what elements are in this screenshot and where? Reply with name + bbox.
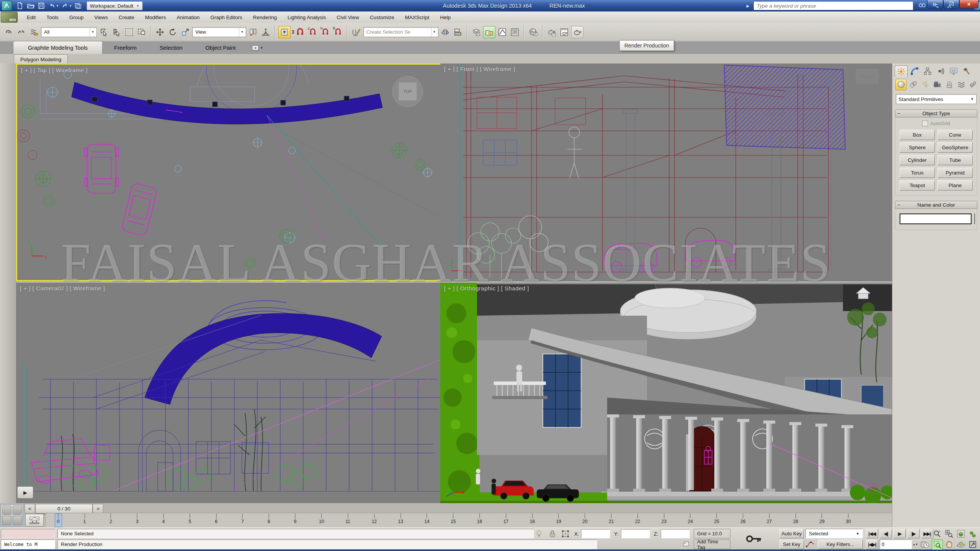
play-button[interactable]: ▶ [893,529,906,538]
schematic-view-icon[interactable] [509,26,521,38]
menu-civil-view[interactable]: Civil View [332,11,364,23]
undo-flyout-caret[interactable]: ▼ [56,4,59,8]
menu-graph-editors[interactable]: Graph Editors [205,11,247,23]
render-setup-icon[interactable] [546,26,557,38]
object-type-geosphere[interactable]: GeoSphere [938,142,973,153]
use-pivot-center-icon[interactable] [247,26,259,38]
object-color-swatch[interactable] [974,214,975,224]
rollout-object-type-header[interactable]: − Object Type [895,109,977,117]
macro-recorder-pane[interactable] [1,529,55,538]
object-type-torus[interactable]: Torus [900,168,935,178]
set-keys-button[interactable] [745,531,764,547]
menu-tools[interactable]: Tools [41,11,64,23]
pan-hand-icon[interactable] [944,540,954,549]
object-type-box[interactable]: Box [900,130,935,140]
viewcube[interactable]: FRONT [856,69,879,84]
ribbon-tab-freeform[interactable]: Freeform [103,41,148,54]
reference-coordinate-dropdown[interactable]: View ▼ [192,27,246,37]
workspace-dropdown[interactable]: Workspace: Default ▼ [87,1,143,10]
snaps-toggle-icon[interactable] [294,26,306,38]
category-systems[interactable] [968,79,978,90]
rollout-name-color-header[interactable]: − Name and Color [895,201,977,209]
category-shapes[interactable] [908,79,918,90]
category-geometry[interactable] [895,79,906,90]
viewport-front[interactable]: [ + ] [ Front ] [ Wireframe ] [440,64,892,281]
tab-motion[interactable] [934,65,947,77]
orbit-icon[interactable] [956,540,966,549]
select-object-icon[interactable] [98,26,109,38]
max-logo-button[interactable]: 3DS [1,12,18,23]
object-type-pyramid[interactable]: Pyramid [938,168,973,178]
percent-snap-icon[interactable]: % [320,26,331,38]
close-button[interactable]: × [959,0,978,8]
viewport-front-label[interactable]: [ + ] [ Front ] [ Wireframe ] [444,66,515,72]
named-selection-dropdown[interactable]: Create Selection Se ▼ [363,27,438,37]
app-logo-icon[interactable] [2,1,12,11]
previous-frame-button[interactable]: ◀| [880,529,892,538]
viewport-orthographic[interactable]: [ + ] [ Orthographic ] [ Shaded ] [440,283,892,503]
viewport-layout-tab-strip[interactable] [0,64,16,503]
viewport-camera02-label[interactable]: [ + ] [ Camera02 ] [ Wireframe ] [20,285,105,292]
restore-button[interactable]: ❐ [943,0,959,8]
material-editor-icon[interactable] [528,26,539,38]
menu-rendering[interactable]: Rendering [248,11,282,23]
autogrid-checkbox[interactable] [922,121,928,126]
zoom-region-icon[interactable] [932,540,943,550]
object-type-sphere[interactable]: Sphere [900,142,935,153]
select-link-icon[interactable] [3,26,15,38]
frame-spinner[interactable]: ▲▼ [913,540,918,549]
object-type-cylinder[interactable]: Cylinder [900,155,935,165]
y-coordinate-field[interactable] [621,529,650,538]
tab-hierarchy[interactable] [921,65,934,77]
select-scale-icon[interactable] [180,26,191,38]
default-in-out-tangents-icon[interactable] [805,540,815,548]
menu-lighting-analysis[interactable]: Lighting Analysis [282,11,332,23]
menu-edit[interactable]: Edit [21,11,41,23]
keyboard-shortcut-override-toggle[interactable] [278,26,291,38]
menu-maxscript[interactable]: MAXScript [400,11,435,23]
auto-key-button[interactable]: Auto Key [779,529,804,538]
redo-flyout-caret[interactable]: ▼ [69,4,72,8]
menu-group[interactable]: Group [64,11,89,23]
align-icon[interactable] [452,26,464,38]
minimize-button[interactable]: — [927,0,943,8]
layer-manager-icon[interactable] [470,26,482,38]
set-key-button[interactable]: Set Key [779,540,804,549]
search-icon[interactable] [917,2,927,10]
menu-animation[interactable]: Animation [171,11,205,23]
save-button[interactable] [36,1,47,10]
add-time-tag[interactable]: Add Time Tag [694,540,730,549]
select-by-name-icon[interactable] [111,26,122,38]
tab-utilities[interactable] [960,65,973,77]
viewport-layout-button[interactable] [1,504,23,526]
curve-editor-icon[interactable] [497,26,508,38]
maximize-viewport-toggle[interactable] [967,540,978,549]
z-coordinate-field[interactable] [661,529,690,538]
project-folder-button[interactable] [73,1,83,10]
selection-set-dropdown[interactable]: Selected ▼ [805,529,863,538]
select-manipulate-icon[interactable] [260,26,271,38]
x-coordinate-field[interactable] [581,529,610,538]
maxscript-listener[interactable]: Welcome to M [1,540,55,549]
object-name-field[interactable] [900,214,972,224]
rendered-frame-window-icon[interactable] [559,26,570,38]
zoom-icon[interactable]: ± [932,529,942,538]
next-frame-button[interactable]: |▶ [907,529,920,538]
object-type-plane[interactable]: Plane [938,180,973,191]
menu-create[interactable]: Create [113,11,140,23]
mirror-icon[interactable] [439,26,451,38]
object-type-tube[interactable]: Tube [938,155,973,165]
next-frame-slider-button[interactable]: > [93,504,103,514]
object-type-cone[interactable]: Cone [938,130,973,140]
viewport-top-label[interactable]: [ + ] [ Top ] [ Wireframe ] [21,67,88,73]
select-rotate-icon[interactable] [167,26,178,38]
named-selection-sets-icon[interactable]: { }ABC [351,26,362,38]
go-to-time-button[interactable]: |◀▶| [866,540,878,549]
selection-filter-dropdown[interactable]: All ▼ [41,27,97,37]
zoom-extents-all-icon[interactable] [967,529,978,538]
time-tag-icon[interactable] [682,540,691,548]
zoom-extents-selected-icon[interactable] [956,529,966,538]
window-crossing-icon[interactable] [136,26,147,38]
mini-curve-editor-button[interactable] [25,514,44,527]
viewport-camera02[interactable]: [ + ] [ Camera02 ] [ Wireframe ] [16,283,455,503]
